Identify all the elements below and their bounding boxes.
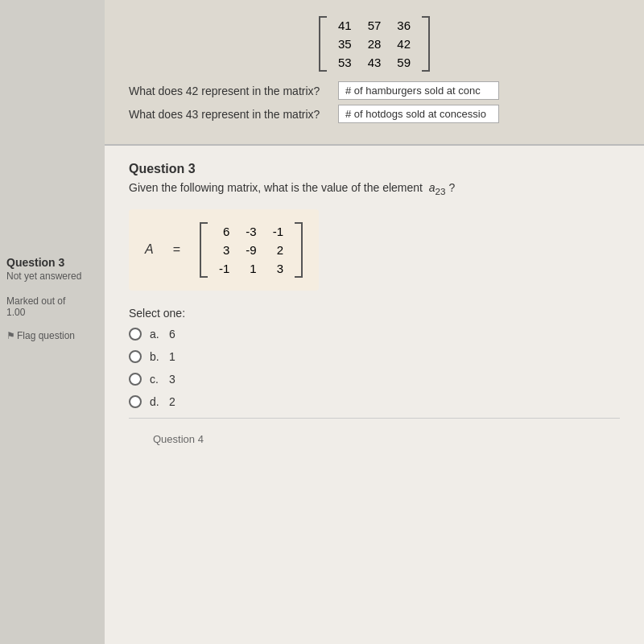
flag-question-button[interactable]: ⚑ Flag question bbox=[6, 330, 98, 341]
question-row-2: What does 43 represent in the matrix? # … bbox=[129, 105, 620, 123]
matrix-variable-label: A bbox=[145, 242, 154, 257]
radio-d[interactable] bbox=[129, 395, 142, 408]
matrix-cell: 2 bbox=[265, 241, 291, 259]
option-a-value: 6 bbox=[169, 328, 175, 341]
radio-c[interactable] bbox=[129, 373, 142, 386]
matrix-cell: 1 bbox=[237, 259, 264, 278]
flag-icon: ⚑ bbox=[6, 330, 15, 341]
matrix-left-bracket bbox=[200, 222, 208, 278]
matrix-cell: -1 bbox=[211, 259, 237, 278]
option-a-letter: a. bbox=[150, 328, 161, 341]
q2-answer: # of hotdogs sold at concessio bbox=[338, 105, 499, 123]
matrix-cell: 3 bbox=[265, 259, 291, 278]
table-row: -1 1 3 bbox=[211, 259, 291, 278]
equals-sign: = bbox=[173, 242, 180, 257]
option-d-value: 2 bbox=[169, 395, 175, 408]
option-b-value: 1 bbox=[169, 350, 175, 363]
option-a[interactable]: a. 6 bbox=[129, 328, 620, 341]
sidebar: Question 3 Not yet answered Marked out o… bbox=[0, 0, 105, 644]
top-section: 41 57 36 35 28 42 53 43 59 bbox=[105, 0, 644, 146]
option-b[interactable]: b. 1 bbox=[129, 350, 620, 363]
matrix-cell: 59 bbox=[389, 53, 419, 72]
radio-a[interactable] bbox=[129, 328, 142, 341]
matrix-cell: 3 bbox=[211, 241, 237, 259]
bottom-nav: Question 4 bbox=[129, 425, 620, 453]
q2-label: What does 43 represent in the matrix? bbox=[129, 108, 338, 121]
q1-label: What does 42 represent in the matrix? bbox=[129, 85, 338, 97]
matrix-cell: 42 bbox=[389, 35, 419, 53]
table-row: 6 -3 -1 bbox=[211, 222, 291, 241]
matrix-cell: 35 bbox=[330, 35, 360, 53]
marked-out-of: Marked out of 1.00 bbox=[6, 295, 98, 318]
main-content: 41 57 36 35 28 42 53 43 59 bbox=[105, 0, 644, 644]
matrix-cell: 36 bbox=[389, 16, 419, 35]
table-row: 3 -9 2 bbox=[211, 241, 291, 259]
option-c-value: 3 bbox=[169, 373, 175, 386]
sidebar-question-label: Question 3 Not yet answered Marked out o… bbox=[6, 256, 98, 341]
matrix-a-table: 6 -3 -1 3 -9 2 -1 1 3 bbox=[211, 222, 291, 278]
option-d-letter: d. bbox=[150, 395, 161, 408]
radio-b[interactable] bbox=[129, 350, 142, 363]
matrix-a: 6 -3 -1 3 -9 2 -1 1 3 bbox=[200, 222, 303, 278]
matrix-cell: -9 bbox=[237, 241, 264, 259]
table-row: 35 28 42 bbox=[330, 35, 419, 53]
matrix-cell: 41 bbox=[330, 16, 360, 35]
option-d[interactable]: d. 2 bbox=[129, 395, 620, 408]
matrix-cell: -3 bbox=[237, 222, 264, 241]
left-bracket bbox=[319, 16, 327, 72]
matrix-cell: 28 bbox=[360, 35, 390, 53]
matrix-cell: 53 bbox=[330, 53, 360, 72]
matrix-cell: 6 bbox=[211, 222, 237, 241]
option-c-letter: c. bbox=[150, 373, 161, 386]
question-status: Not yet answered bbox=[6, 270, 98, 282]
q1-answer: # of hamburgers sold at conc bbox=[338, 81, 499, 100]
matrix-cell: 57 bbox=[360, 16, 390, 35]
table-row: 41 57 36 bbox=[330, 16, 419, 35]
matrix-cell: 43 bbox=[360, 53, 390, 72]
question-3-section: Question 3 Given the following matrix, w… bbox=[105, 146, 644, 469]
top-matrix-table: 41 57 36 35 28 42 53 43 59 bbox=[330, 16, 419, 72]
question-3-header: Question 3 bbox=[129, 162, 620, 176]
divider bbox=[129, 418, 620, 419]
question-label: Question 3 bbox=[6, 256, 98, 269]
matrix-display: A = 6 -3 -1 3 -9 2 -1 bbox=[129, 209, 319, 291]
select-one-label: Select one: bbox=[129, 307, 620, 320]
matrix-right-bracket bbox=[295, 222, 303, 278]
right-bracket bbox=[422, 16, 430, 72]
top-matrix: 41 57 36 35 28 42 53 43 59 bbox=[319, 16, 430, 72]
matrix-cell: -1 bbox=[265, 222, 291, 241]
table-row: 53 43 59 bbox=[330, 53, 419, 72]
question-row-1: What does 42 represent in the matrix? # … bbox=[129, 81, 620, 100]
option-c[interactable]: c. 3 bbox=[129, 373, 620, 386]
question-3-text: Given the following matrix, what is the … bbox=[129, 181, 620, 196]
option-b-letter: b. bbox=[150, 350, 161, 363]
